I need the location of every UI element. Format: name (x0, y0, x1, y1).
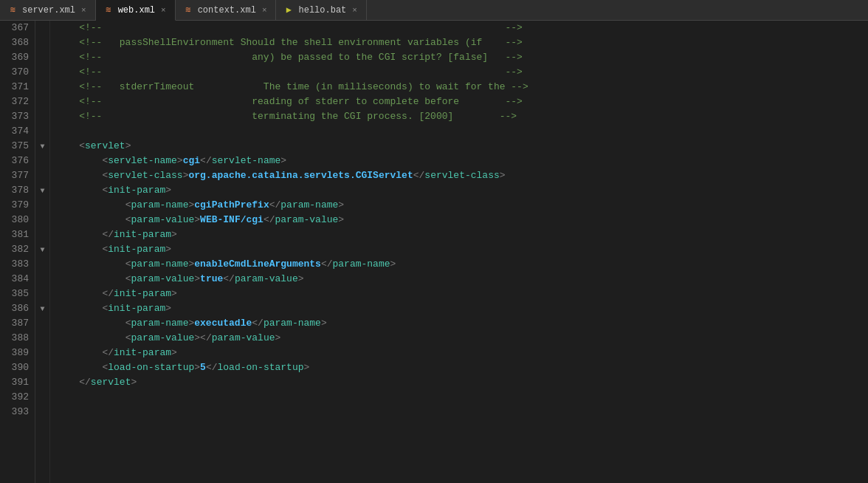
tab-close-icon[interactable]: × (80, 5, 88, 16)
gutter-row[interactable] (35, 331, 49, 346)
code-line: <param-value>WEB-INF/cgi</param-value> (56, 213, 868, 227)
code-line: <param-name>enableCmdLineArguments</para… (56, 257, 868, 272)
line-number: 393 (3, 405, 29, 419)
gutter-row[interactable] (35, 168, 49, 183)
gutter-row[interactable] (35, 95, 49, 109)
code-line: <param-value></param-value> (56, 331, 868, 346)
gutter-row[interactable] (35, 405, 49, 419)
code-line: <!-- reading of stderr to complete befor… (56, 95, 868, 109)
fold-icon[interactable]: ▼ (40, 305, 44, 313)
xml-bracket: > (194, 272, 200, 287)
gutter-row[interactable] (35, 21, 49, 35)
xml-bracket: > (390, 257, 396, 272)
code-line: <param-name>executadle</param-name> (56, 316, 868, 331)
xml-tag: init-param (108, 242, 165, 257)
xml-bracket: > (165, 242, 171, 257)
gutter-row[interactable] (35, 124, 49, 139)
gutter-row[interactable] (35, 316, 49, 331)
gutter-row[interactable] (35, 287, 49, 301)
xml-tag: servlet-name (108, 154, 177, 168)
tab-close-icon[interactable]: × (159, 5, 168, 16)
gutter-row[interactable] (35, 272, 49, 287)
gutter-row[interactable] (35, 50, 49, 65)
xml-tag: param-value (131, 272, 194, 287)
xml-tag: load-on-startup (218, 360, 304, 375)
comment-text: <!-- --> (56, 21, 523, 35)
gutter-row[interactable] (35, 35, 49, 50)
tab-close-icon[interactable]: × (261, 5, 269, 16)
xml-bracket: </ (252, 316, 264, 331)
line-number: 369 (3, 50, 29, 65)
xml-bracket: </ (206, 360, 218, 375)
line-number: 380 (3, 213, 29, 227)
gutter-row[interactable] (35, 65, 49, 80)
gutter-col: ▼▼▼▼ (35, 21, 50, 483)
gutter-row[interactable] (35, 257, 49, 272)
xml-tag: init-param (114, 227, 171, 242)
gutter-row[interactable] (35, 375, 49, 390)
line-number: 390 (3, 360, 29, 375)
xml-bracket: > (194, 360, 200, 375)
xml-bracket: > (188, 316, 194, 331)
comment-text: <!-- any) be passed to the CGI script? [… (56, 50, 523, 65)
code-line: <load-on-startup>5</load-on-startup> (56, 360, 868, 375)
gutter-row[interactable]: ▼ (35, 139, 49, 154)
gutter-row[interactable] (35, 109, 49, 124)
xml-value: 5 (200, 360, 206, 375)
line-number: 391 (3, 375, 29, 390)
xml-tag: param-value (131, 331, 194, 346)
xml-bracket: < (125, 316, 131, 331)
xml-tag: param-value (131, 213, 194, 227)
tab-server-xml[interactable]: ≋server.xml× (0, 0, 96, 20)
tab-label: context.xml (198, 5, 256, 16)
gutter-row[interactable] (35, 213, 49, 227)
xml-bracket: </ (413, 168, 425, 183)
xml-tag: init-param (108, 301, 165, 316)
xml-bracket: < (102, 168, 108, 183)
gutter-row[interactable] (35, 198, 49, 213)
gutter-row[interactable] (35, 80, 49, 95)
line-number: 377 (3, 168, 29, 183)
gutter-row[interactable] (35, 227, 49, 242)
xml-bracket: > (304, 360, 310, 375)
line-number: 378 (3, 183, 29, 198)
gutter-row[interactable] (35, 360, 49, 375)
xml-tag: load-on-startup (108, 360, 194, 375)
code-line: <init-param> (56, 301, 868, 316)
fold-icon[interactable]: ▼ (40, 246, 44, 254)
tab-hello-bat[interactable]: ▶hello.bat× (276, 0, 366, 20)
line-number: 367 (3, 21, 29, 35)
xml-bracket: </ (264, 213, 275, 227)
xml-bracket: < (79, 139, 85, 154)
xml-bracket: </ (79, 375, 91, 390)
xml-bracket: < (125, 213, 131, 227)
code-line: <!-- --> (56, 21, 868, 35)
line-numbers-col: 3673683693703713723733743753763773783793… (0, 21, 35, 483)
fold-icon[interactable]: ▼ (40, 143, 44, 151)
code-line: <!-- terminating the CGI process. [2000]… (56, 109, 868, 124)
gutter-row[interactable]: ▼ (35, 242, 49, 257)
tab-web-xml[interactable]: ≋web.xml× (96, 0, 176, 21)
gutter-row[interactable] (35, 346, 49, 360)
fold-icon[interactable]: ▼ (40, 187, 44, 195)
xml-tag: servlet-class (108, 168, 182, 183)
code-line (56, 390, 868, 405)
xml-tag: param-name (264, 316, 321, 331)
code-line: <init-param> (56, 183, 868, 198)
xml-bracket: > (171, 346, 177, 360)
gutter-row[interactable]: ▼ (35, 183, 49, 198)
line-number: 389 (3, 346, 29, 360)
xml-bracket: </ (102, 346, 114, 360)
xml-bracket: < (102, 154, 108, 168)
tab-context-xml[interactable]: ≋context.xml× (176, 0, 277, 20)
code-area[interactable]: <!-- --> <!-- passShellEnvironment Shoul… (50, 21, 868, 483)
gutter-row[interactable] (35, 390, 49, 405)
gutter-row[interactable]: ▼ (35, 301, 49, 316)
gutter-row[interactable] (35, 154, 49, 168)
tab-close-icon[interactable]: × (351, 5, 359, 16)
xml-tag: param-value (212, 331, 275, 346)
line-number: 370 (3, 65, 29, 80)
xml-bracket: > (188, 257, 194, 272)
xml-bracket: < (102, 183, 108, 198)
xml-tag: param-value (235, 272, 298, 287)
